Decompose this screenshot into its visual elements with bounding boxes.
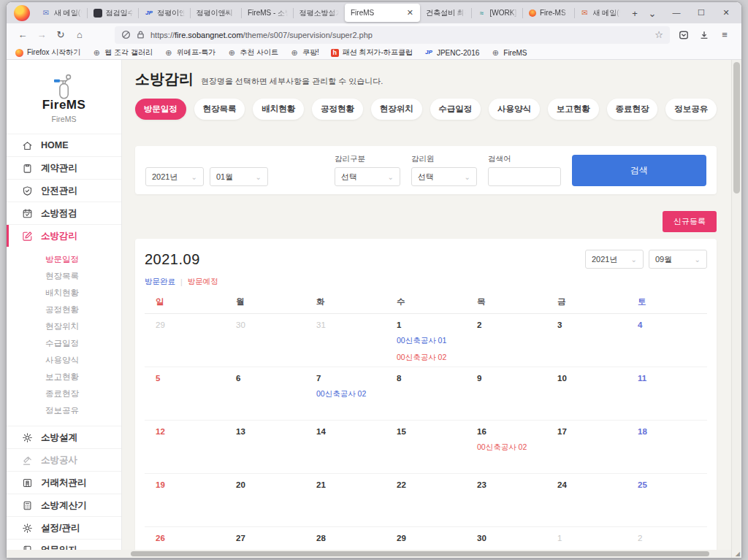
sidebar-item-building[interactable]: 거래처관리: [7, 471, 121, 494]
url-bar[interactable]: https://fire.sobangnet.com/theme/s007/su…: [115, 26, 670, 44]
firefox-icon[interactable]: [14, 5, 30, 21]
calendar-day-cell[interactable]: 8: [386, 367, 466, 420]
shield-icon[interactable]: [121, 30, 131, 39]
submenu-item[interactable]: 방문일정: [7, 251, 121, 268]
tab-overflow-button[interactable]: ⌄: [644, 4, 661, 22]
section-tab[interactable]: 수급일정: [430, 99, 481, 120]
month-select[interactable]: 01월⌄: [210, 167, 268, 186]
resize-grip[interactable]: ◢: [736, 551, 740, 557]
lock-icon[interactable]: [136, 30, 145, 39]
calendar-event[interactable]: 00신축공사 01: [397, 336, 463, 346]
calendar-day-cell[interactable]: 30: [225, 314, 305, 367]
calendar-day-cell[interactable]: 6: [225, 367, 305, 420]
forward-button[interactable]: →: [33, 29, 50, 40]
bookmark-item[interactable]: ⊕위메프-특가: [164, 47, 215, 58]
pocket-icon[interactable]: [674, 29, 693, 41]
calendar-day-cell[interactable]: 17: [546, 421, 627, 473]
calendar-day-cell[interactable]: 19: [145, 474, 225, 526]
app-logo[interactable]: FireMS FireMS: [7, 60, 121, 134]
download-icon[interactable]: [695, 29, 714, 41]
calendar-day-cell[interactable]: 4: [627, 314, 707, 367]
calendar-day-cell[interactable]: 20: [225, 474, 305, 526]
browser-tab[interactable]: ≈[WORK] 건축설비: [472, 4, 524, 22]
calendar-event[interactable]: 00신축공사 02: [397, 353, 463, 363]
reload-button[interactable]: ↻: [52, 29, 69, 40]
search-button[interactable]: 검색: [572, 155, 706, 186]
submenu-item[interactable]: 사용양식: [7, 352, 121, 369]
calendar-day-cell[interactable]: 24: [546, 474, 627, 526]
calendar-month-select[interactable]: 09월⌄: [649, 250, 707, 269]
submenu-item[interactable]: 현장목록: [7, 268, 121, 285]
calendar-day-cell[interactable]: 100신축공사 0100신축공사 02: [386, 314, 466, 367]
calendar-day-cell[interactable]: 18: [627, 421, 707, 473]
bookmark-item[interactable]: ⊕웹 조각 갤러리: [92, 47, 153, 58]
calendar-day-cell[interactable]: 15: [386, 421, 466, 473]
browser-tab[interactable]: ✉새 메일(받은메일: [575, 4, 627, 22]
section-tab[interactable]: 종료현장: [607, 99, 658, 120]
calendar-day-cell[interactable]: 31: [305, 314, 386, 367]
calendar-day-cell[interactable]: 25: [627, 474, 707, 526]
submenu-item[interactable]: 종료현장: [7, 386, 121, 402]
sidebar-item-calendar-check[interactable]: 소방점검: [7, 202, 121, 224]
calendar-day-cell[interactable]: 23: [466, 474, 546, 526]
calendar-day-cell[interactable]: 14: [305, 421, 386, 473]
year-select[interactable]: 2021년⌄: [145, 167, 204, 186]
menu-icon[interactable]: ≡: [715, 29, 734, 40]
sidebar-item-clipboard[interactable]: 계약관리: [7, 156, 121, 179]
calendar-day-cell[interactable]: 10: [546, 367, 627, 420]
section-tab[interactable]: 사용양식: [489, 99, 540, 120]
browser-tab[interactable]: 정평소방설계 프로그: [294, 4, 346, 22]
bookmark-item[interactable]: h패션 최저가-하프클럽: [331, 47, 413, 58]
scrollbar-thumb[interactable]: [733, 62, 740, 193]
section-tab[interactable]: 현장목록: [194, 99, 245, 120]
calendar-day-cell[interactable]: 11: [627, 367, 707, 420]
calendar-year-select[interactable]: 2021년⌄: [585, 250, 644, 269]
section-tab[interactable]: 배치현황: [253, 99, 304, 120]
bookmark-item[interactable]: ⊕쿠팡!: [290, 47, 319, 58]
calendar-day-cell[interactable]: 12: [145, 421, 225, 473]
close-button[interactable]: ✕: [714, 2, 739, 23]
sidebar-item-home[interactable]: HOME: [7, 134, 121, 156]
browser-tab[interactable]: FireMS✕: [345, 4, 420, 22]
submenu-item[interactable]: 수급일정: [7, 335, 121, 352]
calendar-day-cell[interactable]: 700신축공사 02: [305, 367, 386, 420]
section-tab[interactable]: 정보공유: [665, 99, 717, 120]
tab-close-icon[interactable]: ✕: [406, 8, 414, 18]
bookmark-item[interactable]: ⊕FireMS: [491, 48, 527, 57]
sidebar-item-gear[interactable]: 소방설계: [7, 426, 121, 448]
sidebar-item-settings[interactable]: 설정/관리: [7, 516, 121, 539]
bookmark-star-icon[interactable]: ☆: [654, 29, 663, 40]
submenu-item[interactable]: 보고현황: [7, 369, 121, 386]
new-register-button[interactable]: 신규등록: [663, 211, 717, 232]
submenu-item[interactable]: 현장위치: [7, 318, 121, 335]
new-tab-button[interactable]: +: [626, 4, 644, 22]
maximize-button[interactable]: ☐: [689, 2, 714, 23]
section-tab[interactable]: 공정현황: [312, 99, 363, 120]
calendar-day-cell[interactable]: 13: [225, 421, 305, 473]
calendar-day-cell[interactable]: 5: [145, 367, 225, 420]
back-button[interactable]: ←: [14, 29, 31, 40]
calendar-day-cell[interactable]: 3: [546, 314, 627, 367]
sidebar-item-edit[interactable]: 소방감리: [7, 224, 121, 247]
browser-tab[interactable]: FireMS - 소방감리 프: [242, 4, 294, 22]
keyword-input[interactable]: [488, 167, 561, 186]
category-select[interactable]: 선택⌄: [335, 167, 400, 186]
browser-tab[interactable]: 점검일수계산기: [88, 4, 140, 22]
minimize-button[interactable]: —: [664, 2, 689, 23]
bookmark-item[interactable]: ⊕추천 사이트: [227, 47, 278, 58]
calendar-day-cell[interactable]: 21: [305, 474, 386, 526]
submenu-item[interactable]: 배치현황: [7, 285, 121, 302]
browser-tab[interactable]: Fire-MS 소방넷: [523, 4, 575, 22]
section-tab[interactable]: 보고현황: [548, 99, 599, 120]
home-button[interactable]: ⌂: [71, 29, 88, 40]
submenu-item[interactable]: 정보공유: [7, 402, 121, 419]
calendar-day-cell[interactable]: 1600신축공사 02: [466, 421, 546, 473]
calendar-day-cell[interactable]: 22: [386, 474, 466, 526]
sidebar-item-gavel[interactable]: 소방공사: [7, 448, 121, 471]
calendar-day-cell[interactable]: 2: [466, 314, 546, 367]
browser-tab[interactable]: ✉새 메일(받은메일: [36, 4, 88, 22]
bookmark-item[interactable]: Firefox 시작하기: [15, 47, 80, 58]
sidebar-item-calculator[interactable]: 소방계산기: [7, 494, 121, 516]
browser-tab[interactable]: JP정평이앤씨 소방: [139, 4, 191, 22]
hscrollbar-thumb[interactable]: [131, 551, 709, 556]
